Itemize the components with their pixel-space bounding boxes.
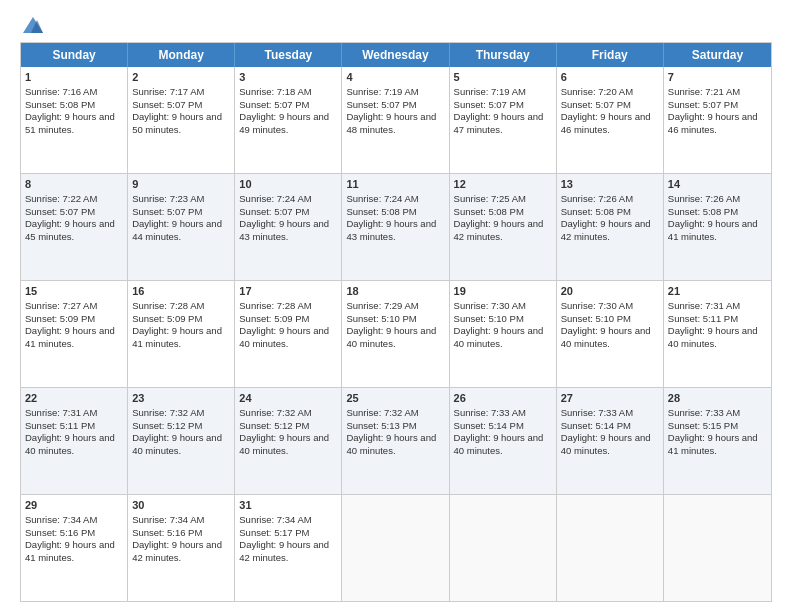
day-cell-19: 19Sunrise: 7:30 AMSunset: 5:10 PMDayligh… [450,281,557,387]
day-cell-23: 23Sunrise: 7:32 AMSunset: 5:12 PMDayligh… [128,388,235,494]
calendar-header: SundayMondayTuesdayWednesdayThursdayFrid… [21,43,771,67]
day-cell-15: 15Sunrise: 7:27 AMSunset: 5:09 PMDayligh… [21,281,128,387]
day-cell-12: 12Sunrise: 7:25 AMSunset: 5:08 PMDayligh… [450,174,557,280]
day-cell-18: 18Sunrise: 7:29 AMSunset: 5:10 PMDayligh… [342,281,449,387]
day-number: 20 [561,284,659,299]
day-cell-29: 29Sunrise: 7:34 AMSunset: 5:16 PMDayligh… [21,495,128,601]
day-cell-3: 3Sunrise: 7:18 AMSunset: 5:07 PMDaylight… [235,67,342,173]
day-number: 3 [239,70,337,85]
empty-cell [664,495,771,601]
day-cell-24: 24Sunrise: 7:32 AMSunset: 5:12 PMDayligh… [235,388,342,494]
day-number: 14 [668,177,767,192]
day-number: 22 [25,391,123,406]
calendar-body: 1Sunrise: 7:16 AMSunset: 5:08 PMDaylight… [21,67,771,601]
header-day-monday: Monday [128,43,235,67]
day-number: 30 [132,498,230,513]
day-cell-5: 5Sunrise: 7:19 AMSunset: 5:07 PMDaylight… [450,67,557,173]
day-cell-13: 13Sunrise: 7:26 AMSunset: 5:08 PMDayligh… [557,174,664,280]
day-cell-1: 1Sunrise: 7:16 AMSunset: 5:08 PMDaylight… [21,67,128,173]
calendar-page: SundayMondayTuesdayWednesdayThursdayFrid… [0,0,792,612]
day-number: 16 [132,284,230,299]
day-cell-11: 11Sunrise: 7:24 AMSunset: 5:08 PMDayligh… [342,174,449,280]
calendar-row-3: 15Sunrise: 7:27 AMSunset: 5:09 PMDayligh… [21,281,771,388]
day-cell-21: 21Sunrise: 7:31 AMSunset: 5:11 PMDayligh… [664,281,771,387]
day-number: 19 [454,284,552,299]
day-cell-10: 10Sunrise: 7:24 AMSunset: 5:07 PMDayligh… [235,174,342,280]
day-number: 17 [239,284,337,299]
day-number: 8 [25,177,123,192]
day-cell-7: 7Sunrise: 7:21 AMSunset: 5:07 PMDaylight… [664,67,771,173]
day-cell-31: 31Sunrise: 7:34 AMSunset: 5:17 PMDayligh… [235,495,342,601]
day-cell-20: 20Sunrise: 7:30 AMSunset: 5:10 PMDayligh… [557,281,664,387]
day-cell-28: 28Sunrise: 7:33 AMSunset: 5:15 PMDayligh… [664,388,771,494]
day-number: 11 [346,177,444,192]
day-cell-22: 22Sunrise: 7:31 AMSunset: 5:11 PMDayligh… [21,388,128,494]
calendar: SundayMondayTuesdayWednesdayThursdayFrid… [20,42,772,602]
header-day-tuesday: Tuesday [235,43,342,67]
day-cell-14: 14Sunrise: 7:26 AMSunset: 5:08 PMDayligh… [664,174,771,280]
header-day-wednesday: Wednesday [342,43,449,67]
day-number: 1 [25,70,123,85]
day-number: 21 [668,284,767,299]
day-number: 9 [132,177,230,192]
day-cell-9: 9Sunrise: 7:23 AMSunset: 5:07 PMDaylight… [128,174,235,280]
calendar-row-1: 1Sunrise: 7:16 AMSunset: 5:08 PMDaylight… [21,67,771,174]
day-cell-16: 16Sunrise: 7:28 AMSunset: 5:09 PMDayligh… [128,281,235,387]
empty-cell [342,495,449,601]
day-cell-27: 27Sunrise: 7:33 AMSunset: 5:14 PMDayligh… [557,388,664,494]
calendar-row-2: 8Sunrise: 7:22 AMSunset: 5:07 PMDaylight… [21,174,771,281]
day-number: 6 [561,70,659,85]
day-number: 27 [561,391,659,406]
day-cell-25: 25Sunrise: 7:32 AMSunset: 5:13 PMDayligh… [342,388,449,494]
day-number: 18 [346,284,444,299]
header-day-thursday: Thursday [450,43,557,67]
header-day-friday: Friday [557,43,664,67]
header [20,16,772,34]
day-number: 7 [668,70,767,85]
day-number: 29 [25,498,123,513]
header-day-sunday: Sunday [21,43,128,67]
calendar-row-4: 22Sunrise: 7:31 AMSunset: 5:11 PMDayligh… [21,388,771,495]
day-number: 12 [454,177,552,192]
day-number: 24 [239,391,337,406]
day-number: 26 [454,391,552,406]
header-day-saturday: Saturday [664,43,771,67]
day-number: 25 [346,391,444,406]
day-number: 31 [239,498,337,513]
day-number: 10 [239,177,337,192]
empty-cell [450,495,557,601]
day-cell-4: 4Sunrise: 7:19 AMSunset: 5:07 PMDaylight… [342,67,449,173]
day-cell-8: 8Sunrise: 7:22 AMSunset: 5:07 PMDaylight… [21,174,128,280]
empty-cell [557,495,664,601]
day-cell-6: 6Sunrise: 7:20 AMSunset: 5:07 PMDaylight… [557,67,664,173]
day-cell-2: 2Sunrise: 7:17 AMSunset: 5:07 PMDaylight… [128,67,235,173]
logo [20,16,44,34]
day-number: 2 [132,70,230,85]
day-number: 4 [346,70,444,85]
day-cell-30: 30Sunrise: 7:34 AMSunset: 5:16 PMDayligh… [128,495,235,601]
logo-icon [22,16,44,34]
calendar-row-5: 29Sunrise: 7:34 AMSunset: 5:16 PMDayligh… [21,495,771,601]
day-cell-17: 17Sunrise: 7:28 AMSunset: 5:09 PMDayligh… [235,281,342,387]
day-number: 13 [561,177,659,192]
day-number: 5 [454,70,552,85]
day-cell-26: 26Sunrise: 7:33 AMSunset: 5:14 PMDayligh… [450,388,557,494]
day-number: 15 [25,284,123,299]
day-number: 23 [132,391,230,406]
day-number: 28 [668,391,767,406]
